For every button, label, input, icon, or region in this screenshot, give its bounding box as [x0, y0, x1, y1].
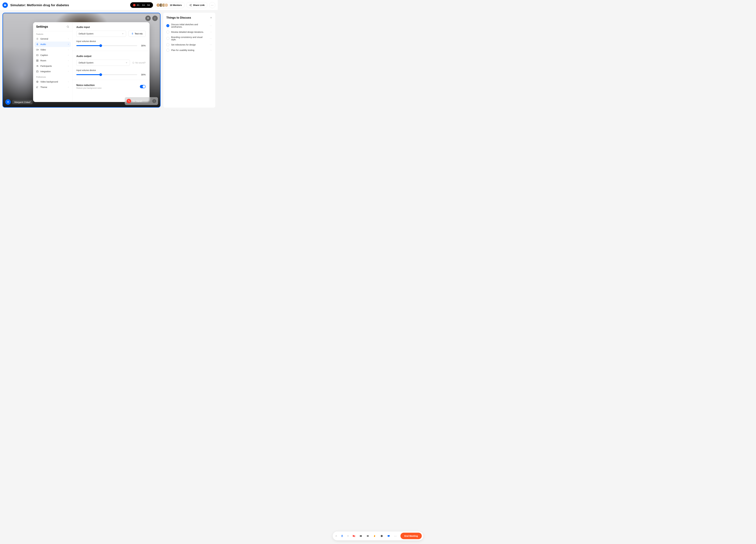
- item-more-icon[interactable]: ⋯: [210, 44, 212, 46]
- noise-reduction-row: Noice reduction Reduce your background n…: [76, 84, 146, 89]
- mentors-button[interactable]: 10 Mentors: [155, 2, 185, 8]
- audio-input-select[interactable]: Default System: [76, 31, 126, 37]
- pip-name: Dr. Sarah: [133, 100, 151, 103]
- test-mic-label: Test mic: [135, 33, 143, 35]
- header-more-button[interactable]: ⋯: [209, 2, 215, 8]
- svg-point-2: [191, 5, 191, 6]
- mic-indicator: [5, 99, 11, 105]
- nav-general[interactable]: General: [33, 36, 72, 42]
- checkbox[interactable]: [166, 31, 169, 34]
- discuss-text: Branding consistency and visual style.: [171, 36, 208, 41]
- discuss-title: Things to Discuss: [166, 16, 191, 19]
- settings-nav: Settings Features General Audio Video: [33, 22, 72, 102]
- discuss-item[interactable]: Review detailed design iterations. ⋯: [166, 29, 212, 35]
- output-volume-value: 30%: [140, 73, 146, 76]
- nav-integration[interactable]: Integration: [33, 69, 72, 74]
- chevron-right-icon: [67, 65, 69, 67]
- svg-point-18: [37, 81, 38, 82]
- noise-desc: Reduce your background noice: [76, 87, 101, 89]
- slider-thumb[interactable]: [99, 44, 102, 47]
- checkbox[interactable]: [166, 49, 169, 52]
- nav-label: Video: [40, 49, 46, 51]
- page-title: Simulator: Metformin drug for diabetes: [10, 3, 69, 7]
- avatar: [164, 3, 168, 7]
- settings-modal: Settings Features General Audio Video: [33, 22, 150, 102]
- nav-audio[interactable]: Audio: [35, 42, 71, 47]
- participant-name: Margaret Zulauf: [12, 100, 33, 104]
- nav-label: Room: [40, 59, 46, 62]
- svg-point-17: [36, 81, 38, 83]
- chevron-right-icon: [67, 60, 69, 62]
- discuss-panel: Things to Discuss Discuss initial sketch…: [163, 13, 215, 108]
- discuss-text: Review detailed design iterations.: [171, 31, 204, 33]
- discuss-item[interactable]: Discuss initial sketches and wireframes.…: [166, 22, 212, 29]
- discuss-text: Discuss initial sketches and wireframes.: [171, 23, 208, 28]
- output-volume-slider[interactable]: [76, 74, 137, 75]
- camera-icon: [36, 49, 39, 51]
- chevron-right-icon: [67, 38, 69, 40]
- checkbox[interactable]: [166, 43, 169, 46]
- pin-button[interactable]: [145, 16, 151, 21]
- input-volume-slider[interactable]: [76, 45, 137, 46]
- checkbox-checked[interactable]: [166, 24, 169, 27]
- output-volume-label: Input volume device: [76, 69, 146, 72]
- video-more-button[interactable]: [152, 16, 158, 21]
- svg-point-3: [155, 17, 155, 18]
- header: Simulator: Metformin drug for diabetes 0…: [0, 0, 218, 10]
- checkbox[interactable]: [166, 37, 169, 40]
- nav-video-background[interactable]: Video background: [33, 79, 72, 85]
- mentors-label: 10 Mentors: [170, 4, 182, 6]
- nav-caption[interactable]: Caption: [33, 52, 72, 58]
- avatar-stack: [156, 3, 168, 7]
- slider-thumb[interactable]: [99, 73, 102, 76]
- nav-room[interactable]: Room: [33, 58, 72, 63]
- chevron-down-icon: [125, 62, 128, 64]
- nav-participants[interactable]: Participants: [33, 63, 72, 69]
- nav-video[interactable]: Video: [33, 47, 72, 52]
- item-more-icon[interactable]: ⋯: [210, 37, 212, 40]
- close-icon[interactable]: [210, 16, 212, 19]
- svg-point-16: [38, 65, 38, 66]
- recording-time: 01 : 24 : 56: [137, 4, 150, 6]
- noise-reduction-toggle[interactable]: [140, 85, 146, 88]
- discuss-item[interactable]: Set milestones for design ⋯: [166, 42, 212, 47]
- svg-rect-12: [37, 60, 38, 60]
- nav-label: Video background: [40, 81, 58, 83]
- discuss-item[interactable]: Plan for usability testing ⋯: [166, 47, 212, 53]
- nav-section-prefs: Preferences: [33, 74, 72, 79]
- search-icon[interactable]: [67, 25, 69, 28]
- test-mic-button[interactable]: Test mic: [129, 31, 146, 37]
- svg-point-7: [37, 39, 38, 39]
- video-controls: [145, 16, 158, 21]
- more-icon: ⋯: [211, 3, 214, 7]
- mic-icon: [7, 101, 9, 103]
- noise-title: Noice reduction: [76, 84, 101, 87]
- input-volume-label: Input volume device: [76, 40, 146, 42]
- nav-label: Caption: [40, 54, 48, 56]
- nav-section-features: Features: [33, 31, 72, 36]
- pip-thumbnail[interactable]: Dr. Sarah ⋮: [125, 97, 158, 105]
- grid-icon: [36, 59, 39, 62]
- item-more-icon[interactable]: ⋯: [210, 49, 212, 51]
- select-value: Default System: [79, 33, 93, 35]
- svg-point-0: [191, 4, 191, 5]
- svg-rect-11: [36, 60, 37, 60]
- discuss-item[interactable]: Branding consistency and visual style. ⋯: [166, 35, 212, 42]
- svg-rect-14: [37, 61, 38, 62]
- pip-more-button[interactable]: ⋮: [152, 99, 156, 103]
- nav-theme[interactable]: Theme: [33, 85, 72, 90]
- chevron-right-icon: [67, 86, 69, 88]
- audio-input-title: Audio input: [76, 26, 146, 29]
- item-more-icon[interactable]: ⋯: [210, 31, 212, 33]
- discuss-text: Plan for usability testing: [171, 49, 194, 51]
- main: Settings Features General Audio Video: [0, 10, 218, 136]
- no-sound-link[interactable]: No sound?: [132, 62, 146, 64]
- chevron-right-icon: [67, 54, 69, 56]
- share-button[interactable]: Share Link: [186, 2, 207, 8]
- mic-muted-indicator: [127, 99, 131, 103]
- integration-icon: [36, 70, 39, 73]
- caption-icon: [36, 54, 39, 56]
- recording-indicator[interactable]: 01 : 24 : 56: [130, 2, 153, 8]
- audio-output-select[interactable]: Default System: [76, 60, 130, 66]
- item-more-icon[interactable]: ⋯: [210, 24, 212, 27]
